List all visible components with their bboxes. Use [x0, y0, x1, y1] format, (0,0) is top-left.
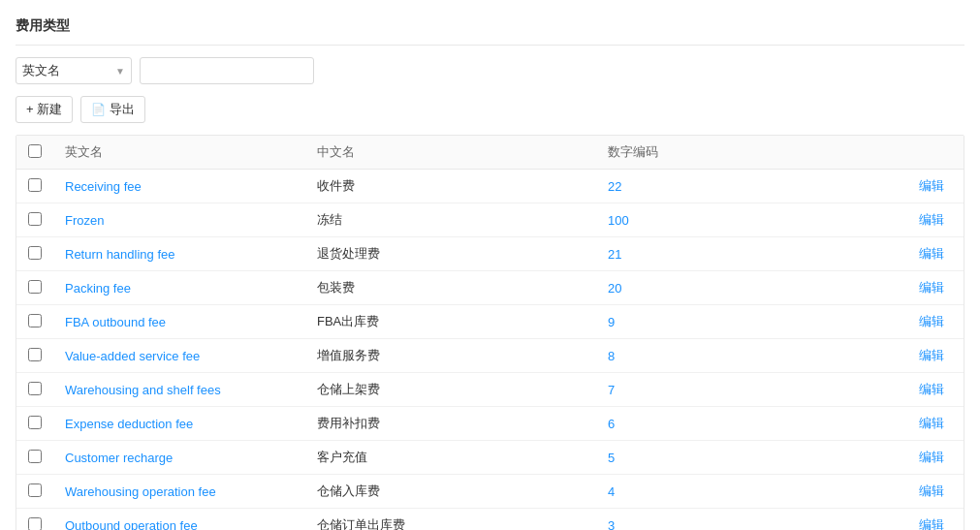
row-zh-name: 冻结 [305, 203, 596, 237]
row-code: 7 [596, 373, 790, 407]
header-en-name: 英文名 [53, 136, 305, 170]
row-en-name: Customer recharge [53, 441, 305, 475]
table-row: Expense deduction fee 费用补扣费 6 编辑 [16, 407, 964, 441]
chevron-down-icon: ▼ [115, 66, 125, 77]
edit-link[interactable]: 编辑 [790, 339, 964, 373]
row-zh-name: 包装费 [305, 271, 596, 305]
row-checkbox-cell [16, 305, 53, 339]
edit-link[interactable]: 编辑 [790, 203, 964, 237]
edit-link[interactable]: 编辑 [790, 305, 964, 339]
new-button[interactable]: + 新建 [16, 96, 73, 123]
row-zh-name: 仓储上架费 [305, 373, 596, 407]
row-checkbox-cell [16, 407, 53, 441]
row-en-name: Expense deduction fee [53, 407, 305, 441]
row-en-name: Receiving fee [53, 170, 305, 203]
row-code: 5 [596, 441, 790, 475]
table-wrapper: 英文名 中文名 数字编码 Receiving fee 收件费 22 编辑 Fro… [16, 135, 964, 530]
row-code: 100 [596, 203, 790, 237]
row-checkbox[interactable] [28, 280, 42, 294]
edit-link[interactable]: 编辑 [790, 407, 964, 441]
header-checkbox [16, 136, 53, 170]
row-checkbox[interactable] [28, 382, 42, 395]
table-row: Warehousing operation fee 仓储入库费 4 编辑 [16, 475, 964, 509]
row-en-name: Return handling fee [53, 237, 305, 271]
toolbar-row: + 新建 📄 导出 [16, 96, 964, 123]
filter-input[interactable] [140, 57, 314, 84]
row-checkbox-cell [16, 441, 53, 475]
row-checkbox[interactable] [28, 212, 42, 226]
fee-type-table: 英文名 中文名 数字编码 Receiving fee 收件费 22 编辑 Fro… [16, 136, 964, 530]
row-code: 9 [596, 305, 790, 339]
row-zh-name: 费用补扣费 [305, 407, 596, 441]
row-zh-name: 退货处理费 [305, 237, 596, 271]
table-row: Frozen 冻结 100 编辑 [16, 203, 964, 237]
row-code: 3 [596, 509, 790, 531]
row-checkbox[interactable] [28, 348, 42, 361]
row-zh-name: 收件费 [305, 170, 596, 203]
row-checkbox[interactable] [28, 517, 42, 531]
edit-link[interactable]: 编辑 [790, 271, 964, 305]
table-body: Receiving fee 收件费 22 编辑 Frozen 冻结 100 编辑… [16, 170, 964, 531]
row-zh-name: 仓储订单出库费 [305, 509, 596, 531]
edit-link[interactable]: 编辑 [790, 509, 964, 531]
page-container: 费用类型 英文名 ▼ + 新建 📄 导出 英文名 中文名 数 [0, 0, 980, 530]
table-row: Outbound operation fee 仓储订单出库费 3 编辑 [16, 509, 964, 531]
row-checkbox[interactable] [28, 178, 42, 192]
row-zh-name: 仓储入库费 [305, 475, 596, 509]
row-checkbox[interactable] [28, 246, 42, 260]
table-row: Value-added service fee 增值服务费 8 编辑 [16, 339, 964, 373]
edit-link[interactable]: 编辑 [790, 237, 964, 271]
row-en-name: Frozen [53, 203, 305, 237]
table-row: Receiving fee 收件费 22 编辑 [16, 170, 964, 203]
edit-link[interactable]: 编辑 [790, 170, 964, 203]
row-en-name: Value-added service fee [53, 339, 305, 373]
table-header-row: 英文名 中文名 数字编码 [16, 136, 964, 170]
row-code: 22 [596, 170, 790, 203]
table-row: Warehousing and shelf fees 仓储上架费 7 编辑 [16, 373, 964, 407]
row-en-name: Warehousing operation fee [53, 475, 305, 509]
row-en-name: Warehousing and shelf fees [53, 373, 305, 407]
header-zh-name: 中文名 [305, 136, 596, 170]
row-checkbox-cell [16, 509, 53, 531]
row-zh-name: FBA出库费 [305, 305, 596, 339]
header-code: 数字编码 [596, 136, 790, 170]
row-code: 6 [596, 407, 790, 441]
row-checkbox[interactable] [28, 314, 42, 327]
row-checkbox[interactable] [28, 416, 42, 429]
row-checkbox-cell [16, 170, 53, 203]
export-button[interactable]: 📄 导出 [80, 96, 145, 123]
table-row: Packing fee 包装费 20 编辑 [16, 271, 964, 305]
table-row: FBA outbound fee FBA出库费 9 编辑 [16, 305, 964, 339]
row-en-name: Packing fee [53, 271, 305, 305]
row-checkbox-cell [16, 339, 53, 373]
filter-row: 英文名 ▼ [16, 57, 964, 84]
edit-link[interactable]: 编辑 [790, 373, 964, 407]
table-row: Return handling fee 退货处理费 21 编辑 [16, 237, 964, 271]
row-code: 20 [596, 271, 790, 305]
row-code: 21 [596, 237, 790, 271]
select-all-checkbox[interactable] [28, 144, 42, 158]
export-button-label: 导出 [110, 101, 135, 118]
edit-link[interactable]: 编辑 [790, 475, 964, 509]
row-checkbox-cell [16, 475, 53, 509]
export-icon: 📄 [91, 103, 106, 116]
en-name-select[interactable]: 英文名 ▼ [16, 57, 132, 84]
filter-select-label: 英文名 [22, 62, 111, 79]
page-title: 费用类型 [16, 10, 964, 46]
new-button-label: + 新建 [26, 101, 62, 118]
row-checkbox-cell [16, 271, 53, 305]
edit-link[interactable]: 编辑 [790, 441, 964, 475]
row-zh-name: 客户充值 [305, 441, 596, 475]
row-checkbox-cell [16, 203, 53, 237]
header-action [790, 136, 964, 170]
row-en-name: FBA outbound fee [53, 305, 305, 339]
row-checkbox-cell [16, 237, 53, 271]
row-checkbox[interactable] [28, 483, 42, 497]
row-code: 8 [596, 339, 790, 373]
row-checkbox[interactable] [28, 450, 42, 463]
table-row: Customer recharge 客户充值 5 编辑 [16, 441, 964, 475]
row-checkbox-cell [16, 373, 53, 407]
row-code: 4 [596, 475, 790, 509]
row-en-name: Outbound operation fee [53, 509, 305, 531]
row-zh-name: 增值服务费 [305, 339, 596, 373]
